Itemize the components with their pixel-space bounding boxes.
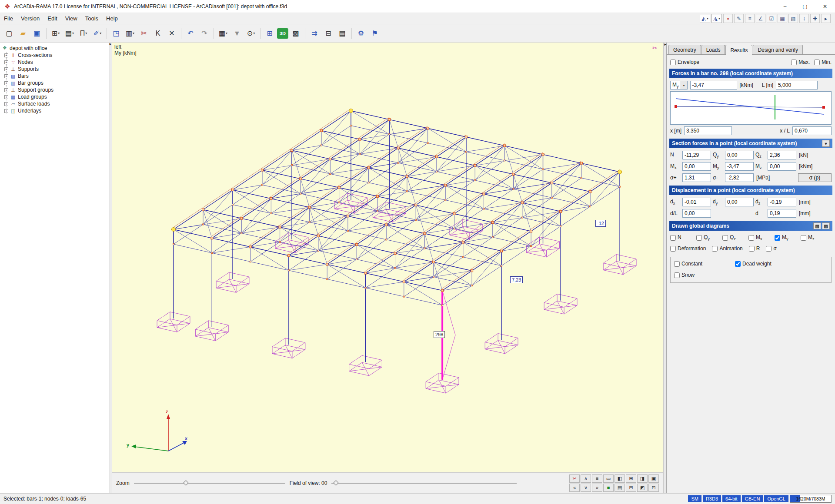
- viewport-layout-4-button[interactable]: ▣: [648, 474, 659, 483]
- menu-file[interactable]: File: [0, 14, 17, 23]
- tree-item-support-groups[interactable]: + ⊥ Support groups: [7, 86, 110, 93]
- angle-icon[interactable]: ∠: [756, 14, 765, 23]
- expand-icon[interactable]: +: [4, 67, 8, 71]
- menu-tools[interactable]: Tools: [81, 14, 102, 23]
- tab-design-and-verify[interactable]: Design and verify: [753, 45, 803, 54]
- animation-checkbox[interactable]: Animation: [712, 245, 742, 252]
- mesh-button[interactable]: ▩: [289, 27, 302, 40]
- cross-sections-table-button[interactable]: ⊞▾: [49, 27, 62, 40]
- expand-icon[interactable]: +: [4, 95, 8, 99]
- sigma-p-button[interactable]: σ (p): [798, 173, 832, 182]
- results-table-button[interactable]: ⊞: [263, 27, 276, 40]
- expand-icon[interactable]: +: [4, 74, 8, 78]
- diagram-qz-checkbox[interactable]: Qz: [722, 234, 748, 241]
- diagram-mx-checkbox[interactable]: Mx: [748, 234, 775, 241]
- filter-funnel-button[interactable]: ▼: [230, 27, 244, 40]
- menu-version[interactable]: Version: [17, 14, 43, 23]
- tree-item-surface-loads[interactable]: + ▱ Surface loads: [7, 100, 110, 107]
- snow-load-checkbox[interactable]: Snow: [674, 272, 695, 278]
- deformation-checkbox[interactable]: Deformation: [670, 245, 706, 252]
- solid-view-button[interactable]: ■: [603, 484, 614, 492]
- expand-icon[interactable]: +: [4, 60, 8, 64]
- expand-up-button[interactable]: ∧: [581, 474, 591, 483]
- list-view-button[interactable]: ≡: [592, 474, 602, 483]
- tab-geometry[interactable]: Geometry: [668, 45, 701, 54]
- fov-slider-thumb[interactable]: [334, 480, 339, 486]
- page-back-button[interactable]: «: [569, 484, 580, 492]
- diagram-my-checkbox[interactable]: My: [775, 234, 801, 241]
- move-copy-button[interactable]: ◳: [110, 27, 123, 40]
- diagram-n-checkbox[interactable]: N: [670, 234, 696, 241]
- load-arrows-button[interactable]: ⇉: [308, 27, 321, 40]
- dead-weight-checkbox[interactable]: Dead weight: [735, 261, 772, 267]
- tab-loads[interactable]: Loads: [701, 45, 725, 54]
- maximize-button[interactable]: ▢: [795, 0, 815, 13]
- frame-generator-button[interactable]: Π▾: [77, 27, 90, 40]
- list-icon[interactable]: ≡: [745, 14, 755, 23]
- max-checkbox[interactable]: Max.: [791, 59, 810, 65]
- viewport-tools-icon[interactable]: ✂: [652, 45, 657, 51]
- page-forward-button[interactable]: »: [592, 484, 602, 492]
- monitor-button[interactable]: ▭: [603, 474, 614, 483]
- red-square-icon[interactable]: ▪: [723, 14, 733, 23]
- draw-bar-button[interactable]: ✐▾: [91, 27, 104, 40]
- expand-icon[interactable]: +: [4, 102, 8, 106]
- save-file-button[interactable]: ▣: [30, 27, 43, 40]
- viewport-layout-2-button[interactable]: ⊞: [626, 474, 636, 483]
- chevron-down-icon[interactable]: ▾: [681, 81, 687, 89]
- undo-button[interactable]: ↶: [184, 27, 197, 40]
- settings-wrench-button[interactable]: ⚙: [354, 27, 367, 40]
- print-button[interactable]: ▤▾: [63, 27, 76, 40]
- measure-button[interactable]: ⊙▾: [244, 27, 257, 40]
- view-3d-button[interactable]: 3D: [277, 28, 288, 39]
- menu-help[interactable]: Help: [102, 14, 122, 23]
- calc-sheet-button[interactable]: ⊟: [322, 27, 335, 40]
- force-component-select[interactable]: My ▾: [670, 81, 688, 90]
- constant-load-checkbox[interactable]: Constant: [674, 261, 735, 267]
- tab-results[interactable]: Results: [725, 45, 752, 55]
- collapse-right-icon[interactable]: ►: [664, 43, 667, 46]
- tree-item-supports[interactable]: + ⊥ Supports: [7, 66, 110, 73]
- diagram-display-options-icon[interactable]: ▧: [813, 222, 821, 229]
- expand-icon[interactable]: +: [4, 53, 8, 57]
- grid-icon[interactable]: ▦: [778, 14, 787, 23]
- menu-edit[interactable]: Edit: [43, 14, 61, 23]
- panel-splitter[interactable]: ►: [663, 43, 666, 493]
- scissors-button[interactable]: ✂: [137, 27, 150, 40]
- expand-icon[interactable]: +: [4, 81, 8, 85]
- viewport-layout-5-button[interactable]: ▤: [615, 484, 625, 492]
- expand-icon[interactable]: +: [4, 109, 8, 113]
- bar-moment-diagram[interactable]: [670, 91, 832, 125]
- close-button[interactable]: ✕: [815, 0, 835, 13]
- tree-item-cross-sections[interactable]: + I Cross-sections: [7, 52, 110, 59]
- field-of-view-slider[interactable]: [331, 480, 517, 486]
- viewport-layout-6-button[interactable]: ⊟: [626, 484, 636, 492]
- vertical-arrows-icon[interactable]: ↕: [799, 14, 809, 23]
- open-file-button[interactable]: ▰: [17, 27, 30, 40]
- viewport-layout-3-button[interactable]: ◨: [637, 474, 648, 483]
- min-checkbox[interactable]: Min.: [814, 59, 832, 65]
- view-direction-dropdown[interactable]: ◭▾: [700, 14, 710, 23]
- viewport-layout-1-button[interactable]: ◧: [615, 474, 625, 483]
- redo-button[interactable]: ↷: [198, 27, 211, 40]
- viewport-layout-8-button[interactable]: ⊡: [648, 484, 659, 492]
- tree-item-underlays[interactable]: + ◫ Underlays: [7, 107, 110, 114]
- expand-down-button[interactable]: ∨: [581, 484, 591, 492]
- checkbox-icon[interactable]: ☑: [767, 14, 776, 23]
- clip-button[interactable]: ✂: [569, 474, 580, 483]
- tree-item-bars[interactable]: + ▤ Bars: [7, 73, 110, 80]
- diagram-mz-checkbox[interactable]: Mz: [801, 234, 827, 241]
- report-button[interactable]: ▤: [336, 27, 349, 40]
- sigma-checkbox[interactable]: σ: [766, 245, 776, 252]
- pencil-icon[interactable]: ✎: [734, 14, 744, 23]
- envelope-checkbox[interactable]: Envelope: [670, 59, 699, 65]
- section-display-button[interactable]: ▦▾: [217, 27, 230, 40]
- x-position-field[interactable]: 3,350: [684, 126, 732, 135]
- new-file-button[interactable]: ▢: [3, 27, 16, 40]
- model-viewport[interactable]: left My [kNm] ✂ 298 7,23 -12 z x y: [112, 43, 663, 472]
- x-over-l-field[interactable]: 0,670: [792, 126, 832, 135]
- tree-item-bar-groups[interactable]: + ▥ Bar groups: [7, 80, 110, 86]
- plus-icon[interactable]: ✚: [810, 14, 820, 23]
- zoom-slider[interactable]: [134, 480, 285, 486]
- tree-item-load-groups[interactable]: + ▦ Load groups: [7, 93, 110, 100]
